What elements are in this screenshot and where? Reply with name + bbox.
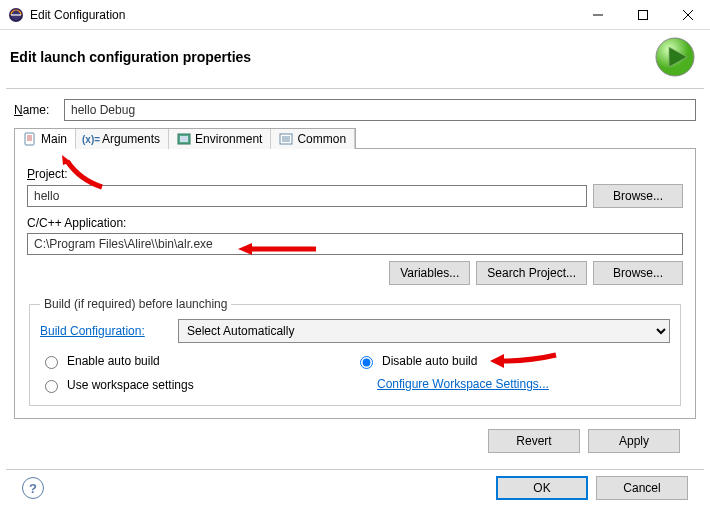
tab-main-label: Main (41, 132, 67, 146)
browse-application-button[interactable]: Browse... (593, 261, 683, 285)
build-group-legend: Build (if required) before launching (40, 297, 231, 311)
radio-enable-auto-build[interactable]: Enable auto build (40, 353, 355, 369)
name-row: Name: (14, 99, 696, 121)
application-label: C/C++ Application: (27, 216, 683, 230)
search-project-button[interactable]: Search Project... (476, 261, 587, 285)
tab-arguments[interactable]: (x)= Arguments (76, 129, 169, 149)
title-bar: Edit Configuration (0, 0, 710, 30)
tab-environment[interactable]: Environment (169, 129, 271, 149)
name-input[interactable] (64, 99, 696, 121)
tab-main[interactable]: Main (15, 129, 76, 149)
variables-button[interactable]: Variables... (389, 261, 470, 285)
maximize-button[interactable] (620, 0, 665, 29)
build-configuration-select[interactable]: Select Automatically (178, 319, 670, 343)
configure-workspace-settings-link[interactable]: Configure Workspace Settings... (377, 377, 670, 391)
minimize-button[interactable] (575, 0, 620, 29)
help-button[interactable]: ? (22, 477, 44, 499)
project-label: Project: (27, 167, 683, 181)
name-label: Name: (14, 103, 58, 117)
ok-button[interactable]: OK (496, 476, 588, 500)
svg-rect-15 (180, 136, 188, 142)
revert-button[interactable]: Revert (488, 429, 580, 453)
arguments-icon: (x)= (84, 132, 98, 146)
tab-panel-main: Project: Browse... C/C++ Application: Va… (14, 148, 696, 419)
eclipse-icon (8, 7, 24, 23)
svg-rect-4 (638, 10, 647, 19)
build-group: Build (if required) before launching Bui… (29, 297, 681, 406)
tab-environment-label: Environment (195, 132, 262, 146)
project-input[interactable] (27, 185, 587, 207)
svg-rect-10 (25, 133, 34, 145)
header-title: Edit launch configuration properties (10, 49, 654, 65)
dialog-header: Edit launch configuration properties (0, 30, 710, 88)
tab-common[interactable]: Common (271, 129, 355, 149)
build-configuration-link[interactable]: Build Configuration: (40, 324, 170, 338)
window-title: Edit Configuration (30, 8, 575, 22)
file-icon (23, 132, 37, 146)
tab-strip: Main (x)= Arguments Environment Common (14, 128, 356, 149)
radio-disable-auto-build[interactable]: Disable auto build (355, 353, 670, 369)
run-icon (654, 36, 696, 78)
radio-use-workspace-settings[interactable]: Use workspace settings (40, 377, 355, 393)
environment-icon (177, 132, 191, 146)
application-input[interactable] (27, 233, 683, 255)
apply-button[interactable]: Apply (588, 429, 680, 453)
browse-project-button[interactable]: Browse... (593, 184, 683, 208)
cancel-button[interactable]: Cancel (596, 476, 688, 500)
close-button[interactable] (665, 0, 710, 29)
common-icon (279, 132, 293, 146)
tab-common-label: Common (297, 132, 346, 146)
svg-rect-2 (11, 14, 21, 15)
tab-arguments-label: Arguments (102, 132, 160, 146)
